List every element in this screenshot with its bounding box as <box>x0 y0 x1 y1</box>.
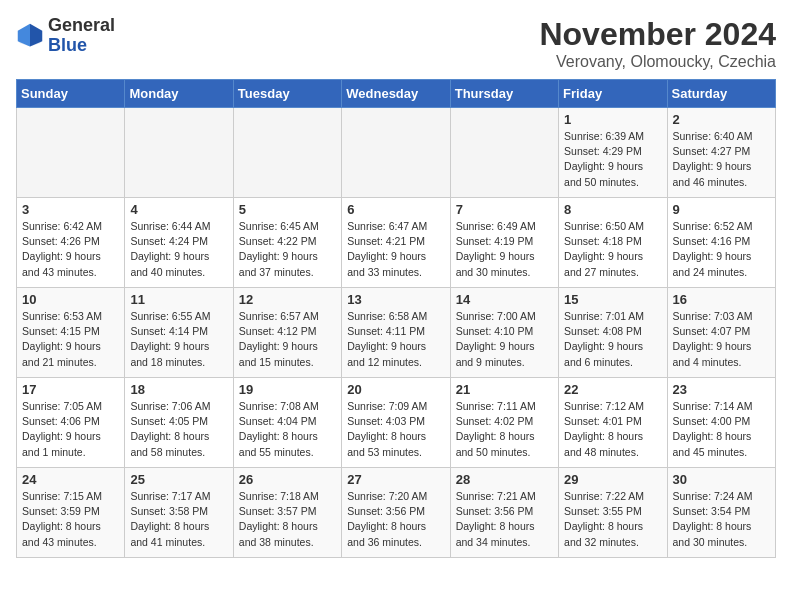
day-number: 21 <box>456 382 553 397</box>
day-info: Sunrise: 6:40 AM Sunset: 4:27 PM Dayligh… <box>673 129 770 190</box>
calendar-cell: 23Sunrise: 7:14 AM Sunset: 4:00 PM Dayli… <box>667 378 775 468</box>
header-cell-friday: Friday <box>559 80 667 108</box>
svg-marker-1 <box>30 24 42 47</box>
day-info: Sunrise: 6:39 AM Sunset: 4:29 PM Dayligh… <box>564 129 661 190</box>
day-info: Sunrise: 7:09 AM Sunset: 4:03 PM Dayligh… <box>347 399 444 460</box>
calendar-cell: 12Sunrise: 6:57 AM Sunset: 4:12 PM Dayli… <box>233 288 341 378</box>
calendar-cell: 29Sunrise: 7:22 AM Sunset: 3:55 PM Dayli… <box>559 468 667 558</box>
day-number: 12 <box>239 292 336 307</box>
day-number: 25 <box>130 472 227 487</box>
calendar-cell: 18Sunrise: 7:06 AM Sunset: 4:05 PM Dayli… <box>125 378 233 468</box>
day-number: 1 <box>564 112 661 127</box>
day-info: Sunrise: 6:49 AM Sunset: 4:19 PM Dayligh… <box>456 219 553 280</box>
calendar-cell <box>233 108 341 198</box>
day-number: 17 <box>22 382 119 397</box>
calendar-cell: 30Sunrise: 7:24 AM Sunset: 3:54 PM Dayli… <box>667 468 775 558</box>
day-info: Sunrise: 6:47 AM Sunset: 4:21 PM Dayligh… <box>347 219 444 280</box>
calendar-cell: 2Sunrise: 6:40 AM Sunset: 4:27 PM Daylig… <box>667 108 775 198</box>
day-info: Sunrise: 7:12 AM Sunset: 4:01 PM Dayligh… <box>564 399 661 460</box>
day-number: 4 <box>130 202 227 217</box>
day-number: 22 <box>564 382 661 397</box>
logo-text: General Blue <box>48 16 115 56</box>
calendar-cell: 15Sunrise: 7:01 AM Sunset: 4:08 PM Dayli… <box>559 288 667 378</box>
day-number: 10 <box>22 292 119 307</box>
day-info: Sunrise: 6:50 AM Sunset: 4:18 PM Dayligh… <box>564 219 661 280</box>
header-cell-wednesday: Wednesday <box>342 80 450 108</box>
calendar-cell <box>125 108 233 198</box>
day-number: 16 <box>673 292 770 307</box>
calendar-cell <box>17 108 125 198</box>
day-info: Sunrise: 6:52 AM Sunset: 4:16 PM Dayligh… <box>673 219 770 280</box>
logo: General Blue <box>16 16 115 56</box>
day-number: 24 <box>22 472 119 487</box>
day-info: Sunrise: 7:11 AM Sunset: 4:02 PM Dayligh… <box>456 399 553 460</box>
day-info: Sunrise: 6:42 AM Sunset: 4:26 PM Dayligh… <box>22 219 119 280</box>
calendar-cell: 5Sunrise: 6:45 AM Sunset: 4:22 PM Daylig… <box>233 198 341 288</box>
header-cell-tuesday: Tuesday <box>233 80 341 108</box>
calendar-header-row: SundayMondayTuesdayWednesdayThursdayFrid… <box>17 80 776 108</box>
header-cell-thursday: Thursday <box>450 80 558 108</box>
day-info: Sunrise: 7:06 AM Sunset: 4:05 PM Dayligh… <box>130 399 227 460</box>
day-number: 2 <box>673 112 770 127</box>
calendar-cell: 10Sunrise: 6:53 AM Sunset: 4:15 PM Dayli… <box>17 288 125 378</box>
day-number: 14 <box>456 292 553 307</box>
calendar-week-row: 24Sunrise: 7:15 AM Sunset: 3:59 PM Dayli… <box>17 468 776 558</box>
day-info: Sunrise: 7:17 AM Sunset: 3:58 PM Dayligh… <box>130 489 227 550</box>
calendar-table: SundayMondayTuesdayWednesdayThursdayFrid… <box>16 79 776 558</box>
calendar-cell: 21Sunrise: 7:11 AM Sunset: 4:02 PM Dayli… <box>450 378 558 468</box>
day-number: 19 <box>239 382 336 397</box>
day-info: Sunrise: 7:05 AM Sunset: 4:06 PM Dayligh… <box>22 399 119 460</box>
day-info: Sunrise: 7:03 AM Sunset: 4:07 PM Dayligh… <box>673 309 770 370</box>
day-number: 27 <box>347 472 444 487</box>
calendar-cell: 25Sunrise: 7:17 AM Sunset: 3:58 PM Dayli… <box>125 468 233 558</box>
day-info: Sunrise: 6:44 AM Sunset: 4:24 PM Dayligh… <box>130 219 227 280</box>
header-cell-saturday: Saturday <box>667 80 775 108</box>
day-info: Sunrise: 7:22 AM Sunset: 3:55 PM Dayligh… <box>564 489 661 550</box>
calendar-cell: 6Sunrise: 6:47 AM Sunset: 4:21 PM Daylig… <box>342 198 450 288</box>
calendar-cell: 22Sunrise: 7:12 AM Sunset: 4:01 PM Dayli… <box>559 378 667 468</box>
logo-icon <box>16 22 44 50</box>
day-info: Sunrise: 7:14 AM Sunset: 4:00 PM Dayligh… <box>673 399 770 460</box>
day-number: 29 <box>564 472 661 487</box>
day-number: 6 <box>347 202 444 217</box>
day-info: Sunrise: 7:24 AM Sunset: 3:54 PM Dayligh… <box>673 489 770 550</box>
header-cell-monday: Monday <box>125 80 233 108</box>
day-number: 3 <box>22 202 119 217</box>
title-area: November 2024 Verovany, Olomoucky, Czech… <box>539 16 776 71</box>
calendar-cell: 16Sunrise: 7:03 AM Sunset: 4:07 PM Dayli… <box>667 288 775 378</box>
calendar-cell: 1Sunrise: 6:39 AM Sunset: 4:29 PM Daylig… <box>559 108 667 198</box>
calendar-cell: 28Sunrise: 7:21 AM Sunset: 3:56 PM Dayli… <box>450 468 558 558</box>
day-info: Sunrise: 7:15 AM Sunset: 3:59 PM Dayligh… <box>22 489 119 550</box>
calendar-cell: 9Sunrise: 6:52 AM Sunset: 4:16 PM Daylig… <box>667 198 775 288</box>
day-info: Sunrise: 6:55 AM Sunset: 4:14 PM Dayligh… <box>130 309 227 370</box>
svg-marker-2 <box>18 24 30 47</box>
calendar-cell: 3Sunrise: 6:42 AM Sunset: 4:26 PM Daylig… <box>17 198 125 288</box>
day-number: 26 <box>239 472 336 487</box>
calendar-cell: 7Sunrise: 6:49 AM Sunset: 4:19 PM Daylig… <box>450 198 558 288</box>
calendar-cell <box>342 108 450 198</box>
day-number: 23 <box>673 382 770 397</box>
header: General Blue November 2024 Verovany, Olo… <box>16 16 776 71</box>
day-number: 11 <box>130 292 227 307</box>
day-info: Sunrise: 6:45 AM Sunset: 4:22 PM Dayligh… <box>239 219 336 280</box>
day-info: Sunrise: 7:01 AM Sunset: 4:08 PM Dayligh… <box>564 309 661 370</box>
day-number: 7 <box>456 202 553 217</box>
location-title: Verovany, Olomoucky, Czechia <box>539 53 776 71</box>
day-number: 13 <box>347 292 444 307</box>
calendar-week-row: 10Sunrise: 6:53 AM Sunset: 4:15 PM Dayli… <box>17 288 776 378</box>
day-number: 15 <box>564 292 661 307</box>
day-number: 5 <box>239 202 336 217</box>
month-title: November 2024 <box>539 16 776 53</box>
calendar-cell: 26Sunrise: 7:18 AM Sunset: 3:57 PM Dayli… <box>233 468 341 558</box>
calendar-cell: 13Sunrise: 6:58 AM Sunset: 4:11 PM Dayli… <box>342 288 450 378</box>
header-cell-sunday: Sunday <box>17 80 125 108</box>
calendar-cell: 19Sunrise: 7:08 AM Sunset: 4:04 PM Dayli… <box>233 378 341 468</box>
calendar-cell: 24Sunrise: 7:15 AM Sunset: 3:59 PM Dayli… <box>17 468 125 558</box>
calendar-week-row: 3Sunrise: 6:42 AM Sunset: 4:26 PM Daylig… <box>17 198 776 288</box>
day-info: Sunrise: 7:18 AM Sunset: 3:57 PM Dayligh… <box>239 489 336 550</box>
calendar-cell: 20Sunrise: 7:09 AM Sunset: 4:03 PM Dayli… <box>342 378 450 468</box>
calendar-cell: 11Sunrise: 6:55 AM Sunset: 4:14 PM Dayli… <box>125 288 233 378</box>
day-number: 30 <box>673 472 770 487</box>
day-info: Sunrise: 7:21 AM Sunset: 3:56 PM Dayligh… <box>456 489 553 550</box>
calendar-week-row: 1Sunrise: 6:39 AM Sunset: 4:29 PM Daylig… <box>17 108 776 198</box>
